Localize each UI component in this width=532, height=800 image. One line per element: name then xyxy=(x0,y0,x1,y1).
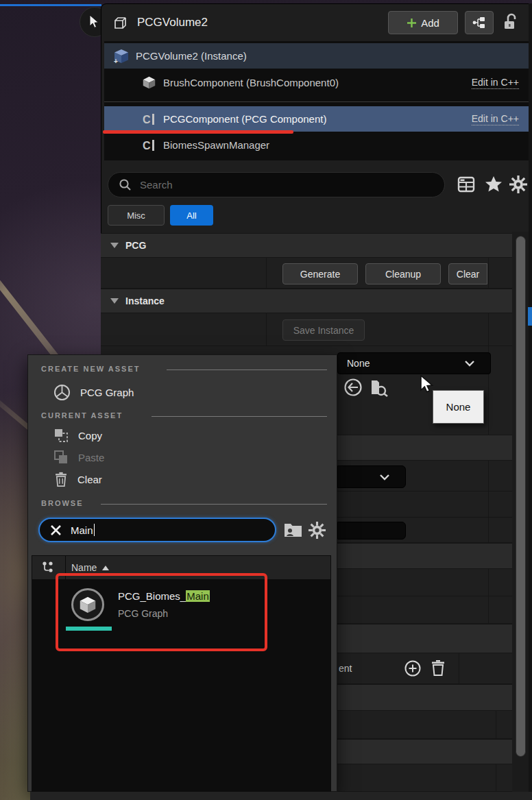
edit-in-cpp-link[interactable]: Edit in C++ xyxy=(472,77,519,89)
cleanup-button[interactable]: Cleanup xyxy=(365,263,441,284)
property-row xyxy=(337,492,532,518)
annotation-red-rectangle xyxy=(56,573,267,651)
add-element-icon[interactable] xyxy=(403,659,422,678)
chip-label: Misc xyxy=(127,210,145,221)
tree-row-brush-component[interactable]: BrushComponent (BrushComponent0) Edit in… xyxy=(104,70,529,95)
save-instance-button[interactable]: Save Instance xyxy=(282,319,365,341)
browse-header: BROWSE xyxy=(41,499,84,507)
menu-item-label: Clear xyxy=(77,474,102,485)
pcg-graph-sphere-icon xyxy=(53,384,71,401)
details-search-bar[interactable] xyxy=(108,172,445,197)
display-grid-icon[interactable] xyxy=(456,174,476,195)
brush-cube-icon xyxy=(141,75,156,90)
row-divider xyxy=(488,569,489,596)
search-input[interactable] xyxy=(138,178,402,191)
clear-button[interactable]: Clear xyxy=(448,263,487,284)
cpp-class-icon: C xyxy=(141,112,156,127)
tree-row-label: PCGComponent (PCG Component) xyxy=(163,113,326,125)
mouse-cursor xyxy=(420,375,436,397)
clear-search-x-icon[interactable] xyxy=(49,523,62,537)
row-divider xyxy=(488,596,489,623)
filter-chip-misc[interactable]: Misc xyxy=(108,205,165,226)
menu-item-label: Copy xyxy=(78,430,102,441)
unlock-icon[interactable] xyxy=(499,10,522,34)
property-row xyxy=(337,569,532,596)
row-divider xyxy=(488,492,489,517)
settings-gear-icon[interactable] xyxy=(508,174,529,195)
edit-in-cpp-link[interactable]: Edit in C++ xyxy=(472,113,519,125)
scrollbar-thumb[interactable] xyxy=(516,236,526,757)
convert-to-blueprint-button[interactable] xyxy=(465,11,494,34)
menu-item-paste[interactable]: Paste xyxy=(53,450,104,465)
annotation-red-underline xyxy=(103,130,293,134)
plus-icon xyxy=(407,18,417,28)
button-label: Generate xyxy=(300,269,340,280)
tree-row-label: BiomesSpawnManager xyxy=(163,139,269,151)
chevron-down-icon xyxy=(379,474,390,481)
panel-right-edge xyxy=(529,3,532,800)
category-band xyxy=(337,624,532,653)
property-splitter[interactable] xyxy=(266,258,267,288)
menu-item-pcg-graph[interactable]: PCG Graph xyxy=(53,384,134,401)
partial-text-field[interactable] xyxy=(337,522,406,540)
category-band xyxy=(337,543,532,569)
browse-to-asset-icon[interactable] xyxy=(369,377,391,398)
menu-item-clear[interactable]: Clear xyxy=(54,472,102,487)
category-instance[interactable]: Instance xyxy=(101,289,532,313)
volume-cube-icon: + xyxy=(112,47,130,65)
category-band xyxy=(337,435,532,461)
tree-row-biomes-spawn-manager[interactable]: C BiomesSpawnManager xyxy=(104,132,529,158)
instance-save-row: Save Instance xyxy=(101,313,532,346)
add-component-button[interactable]: Add xyxy=(388,11,458,34)
row-divider xyxy=(488,518,489,542)
row-divider xyxy=(496,711,496,738)
button-label: Clear xyxy=(457,269,479,280)
property-splitter[interactable] xyxy=(266,313,267,346)
pcg-actions-row: Generate Cleanup Clear xyxy=(101,258,532,289)
row-divider xyxy=(488,313,489,346)
property-row xyxy=(337,596,532,624)
array-label-fragment: ent xyxy=(339,663,352,674)
row-divider xyxy=(496,764,496,791)
svg-text:C: C xyxy=(143,114,151,125)
blueprint-hierarchy-icon xyxy=(472,16,487,29)
use-selected-asset-icon[interactable] xyxy=(343,377,363,398)
delete-all-elements-icon[interactable] xyxy=(429,659,447,678)
svg-text:+: + xyxy=(114,58,118,64)
favorites-star-icon[interactable] xyxy=(483,174,504,195)
property-row xyxy=(337,518,532,543)
filter-chip-all[interactable]: All xyxy=(170,205,213,226)
category-label: Instance xyxy=(125,295,165,306)
create-new-asset-header: CREATE NEW ASSET xyxy=(41,365,140,373)
cpp-class-icon: C xyxy=(141,138,156,153)
property-row xyxy=(337,711,532,739)
trash-icon xyxy=(54,472,68,487)
partial-dropdown[interactable] xyxy=(337,465,406,488)
save-search-folder-icon[interactable] xyxy=(282,521,303,540)
category-band xyxy=(337,739,532,764)
menu-item-copy[interactable]: Copy xyxy=(53,428,102,443)
tooltip: None xyxy=(433,390,484,424)
chevron-down-icon xyxy=(110,243,119,248)
view-options-gear-icon[interactable] xyxy=(307,520,326,540)
add-button-label: Add xyxy=(421,17,439,29)
tree-separator xyxy=(104,101,529,102)
blue-edge-marker xyxy=(528,307,532,326)
property-row xyxy=(337,461,532,492)
tree-row-pcg-component-selected[interactable]: C PCGComponent (PCG Component) Edit in C… xyxy=(104,106,529,132)
text-caret xyxy=(94,524,95,536)
sort-ascending-icon xyxy=(102,566,109,570)
asset-search-input[interactable]: Main xyxy=(38,518,276,542)
category-pcg[interactable]: PCG xyxy=(101,233,532,258)
graph-asset-dropdown[interactable]: None xyxy=(337,352,491,374)
tree-row-instance[interactable]: + PCGVolume2 (Instance) xyxy=(104,43,529,69)
array-property-row: ent xyxy=(337,653,532,684)
generate-button[interactable]: Generate xyxy=(282,263,358,284)
row-divider xyxy=(459,653,459,683)
panel-title: PCGVolume2 xyxy=(137,16,208,29)
tree-row-label: PCGVolume2 (Instance) xyxy=(136,50,247,62)
button-label: Save Instance xyxy=(293,325,354,336)
column-graph-icon xyxy=(40,559,57,576)
dropdown-value: None xyxy=(347,358,370,369)
chip-label: All xyxy=(186,210,196,221)
